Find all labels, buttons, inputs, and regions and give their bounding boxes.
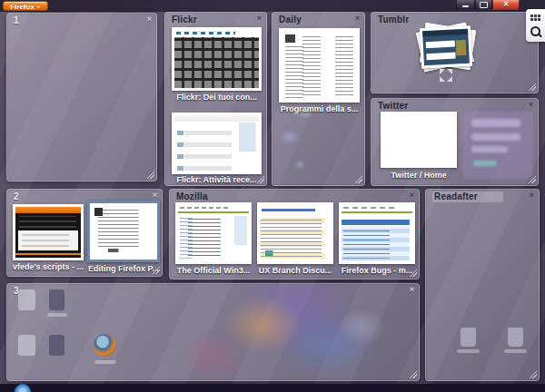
blur-detail [471,133,520,141]
see-through-recycle-icon [508,328,523,347]
see-through-window [462,112,533,179]
see-through-icon-label [504,349,527,353]
tab-title: Flickr: Dei tuoi con... [167,93,266,102]
tab-group-mozilla[interactable]: Mozilla × The Official Win3... UX Branch… [169,189,420,279]
see-through-recycle-icon [461,328,476,347]
close-group-icon[interactable]: × [355,14,360,23]
see-through-wallpaper [7,284,419,380]
tab-thumbnail-vfede-scripts[interactable] [13,204,84,260]
close-group-icon[interactable]: × [529,100,533,109]
tab-group-twitter[interactable]: Twitter × Twitter / Home [371,98,539,186]
tab-title: Twitter / Home [373,171,464,180]
chevron-down-icon: ▼ [36,4,41,9]
tab-thumbnail-flickr-activity[interactable] [172,113,262,174]
thumbnail-preview [422,29,470,66]
tab-group-tumblr[interactable]: Tumblr × [371,12,539,93]
tab-group-2[interactable]: 2 × vfede's scripts - ... Editing Firefo… [6,189,163,277]
stacked-tab-card-front[interactable] [420,26,472,69]
see-through-folder-icon [18,289,35,310]
blur-detail [473,161,497,166]
close-group-icon[interactable]: × [257,14,262,23]
window-controls: ✕ [456,0,520,11]
group-title[interactable]: 1 [14,15,19,25]
thumbnail-preview [282,31,357,100]
see-through-folder-icon [18,335,35,356]
expand-stack-icon[interactable] [440,69,452,82]
tab-title: The Official Win3... [172,266,255,275]
close-group-icon[interactable]: × [147,15,152,24]
thumbnail-preview [174,30,259,88]
close-group-icon[interactable]: × [410,285,414,294]
tab-thumbnail-editing-firefox-active[interactable] [87,201,160,262]
group-title[interactable]: Mozilla [176,191,208,201]
preview-photo-grid [174,37,259,88]
tab-title: UX Branch Discu... [253,266,337,275]
tab-thumbnail-firefox-bugs[interactable] [339,202,415,264]
tab-group-1[interactable]: 1 × [6,13,157,181]
tab-group-3[interactable]: 3 × [6,283,420,381]
tab-title: vfede's scripts - ... [8,262,88,271]
group-title[interactable]: Tumblr [378,15,409,24]
see-through-icon-label [457,349,480,353]
maximize-icon [480,2,488,8]
thumbnail-preview [15,207,81,258]
blur-detail [471,119,520,127]
thumbnail-preview [174,115,259,172]
close-window-button[interactable]: ✕ [492,0,520,10]
firefox-app-menu-label: Firefox [10,3,35,11]
tab-thumbnail-daily[interactable] [279,28,360,103]
group-title[interactable]: Readafter [432,191,503,202]
resize-grip[interactable] [529,83,536,91]
tab-thumbnail-flickr-photos[interactable] [172,27,262,91]
minimize-icon [462,5,469,7]
resize-grip[interactable] [410,270,417,277]
thumbnail-preview [91,204,156,259]
minimize-button[interactable] [456,0,475,10]
blur-detail [471,146,508,152]
search-icon[interactable] [530,26,540,36]
thumbnail-preview [342,205,412,261]
see-through-app-icon [49,335,64,356]
see-through-start-orb [15,384,31,392]
group-title[interactable]: Flickr [172,15,197,24]
maximize-button[interactable] [475,0,492,10]
group-title[interactable]: 3 [14,286,19,296]
resize-grip[interactable] [410,371,417,378]
tab-title: Programmi della s... [273,104,365,113]
bottom-window-edge [0,384,545,392]
group-title[interactable]: 2 [14,191,19,201]
close-icon: ✕ [503,0,510,9]
thumbnail-preview [178,205,249,261]
exit-panorama-tab-grid-icon[interactable] [530,15,533,17]
resize-grip[interactable] [530,371,537,378]
close-group-icon[interactable]: × [530,191,534,200]
tab-group-flickr[interactable]: Flickr × Flickr: Dei tuoi con... Flickr:… [164,12,267,186]
tab-title: Flickr: Attività rece... [167,175,266,184]
close-group-icon[interactable]: × [410,191,414,200]
preview-header-links [176,32,235,34]
tab-group-readafter[interactable]: Readafter × [425,189,540,381]
thumbnail-preview [260,205,331,261]
group-title[interactable]: Daily [279,15,302,24]
see-through-icon-label [47,313,67,317]
thumbnail-preview [383,114,454,165]
panorama-canvas: Firefox▼ ✕ 1 × Flickr × Flickr: Dei tuoi… [0,0,545,392]
group-title[interactable]: Twitter [378,101,408,111]
tab-thumbnail-forum[interactable] [175,202,252,264]
panorama-tools-panel [526,9,545,42]
close-group-icon[interactable]: × [153,191,157,200]
tab-thumbnail-ux-branch[interactable] [257,202,333,264]
see-through-firefox-icon [94,334,116,357]
resize-grip[interactable] [153,267,160,274]
firefox-app-menu-button[interactable]: Firefox▼ [3,1,48,11]
resize-grip[interactable] [147,172,154,179]
tab-stack[interactable] [419,25,475,71]
tab-thumbnail-twitter[interactable] [381,112,457,168]
resize-grip[interactable] [355,176,362,183]
tab-group-daily[interactable]: Daily × Programmi della s... [272,12,365,186]
see-through-icon-label [94,360,116,364]
resize-grip[interactable] [529,176,536,183]
tab-title: Firefox Bugs - m... [335,266,419,275]
tab-title: Editing Firefox P... [84,264,163,273]
resize-grip[interactable] [257,176,264,183]
